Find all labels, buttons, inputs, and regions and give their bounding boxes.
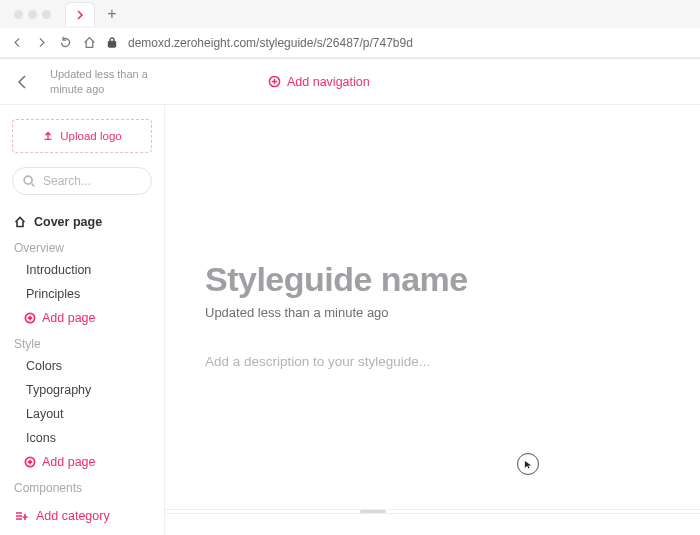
app-header: Updated less than a minute ago Add navig…	[0, 59, 700, 105]
add-page-label: Add page	[42, 455, 96, 469]
sidebar-item-colors[interactable]: Colors	[12, 355, 152, 377]
upload-logo-label: Upload logo	[60, 130, 121, 142]
upload-icon	[42, 130, 54, 142]
sidebar-item-layout[interactable]: Layout	[12, 403, 152, 425]
header-updated-text: Updated less than a minute ago	[50, 67, 160, 96]
add-navigation-button[interactable]: Add navigation	[268, 75, 370, 89]
search-icon	[22, 174, 36, 188]
lock-icon	[106, 37, 118, 49]
browser-tabbar: +	[0, 0, 700, 28]
sidebar-nav: Cover page Overview Introduction Princip…	[12, 211, 152, 497]
traffic-close-icon[interactable]	[14, 10, 23, 19]
sidebar-item-icons[interactable]: Icons	[12, 427, 152, 449]
window-controls	[6, 10, 59, 19]
browser-home-button[interactable]	[82, 36, 96, 50]
svg-point-2	[24, 176, 32, 184]
browser-back-button[interactable]	[10, 36, 24, 50]
back-button[interactable]	[14, 73, 32, 91]
add-page-label: Add page	[42, 311, 96, 325]
browser-chrome: + demoxd.zeroheight.com/styleguide/s/264…	[0, 0, 700, 59]
sidebar-item-introduction[interactable]: Introduction	[12, 259, 152, 281]
upload-logo-button[interactable]: Upload logo	[12, 119, 152, 153]
add-category-icon	[14, 509, 28, 523]
home-icon	[14, 216, 26, 228]
sidebar-item-principles[interactable]: Principles	[12, 283, 152, 305]
sidebar-cover-page[interactable]: Cover page	[12, 211, 152, 233]
add-category-label: Add category	[36, 509, 110, 523]
plus-circle-icon	[24, 456, 36, 468]
section-divider[interactable]	[165, 509, 700, 514]
browser-url[interactable]: demoxd.zeroheight.com/styleguide/s/26487…	[128, 36, 413, 50]
traffic-zoom-icon[interactable]	[42, 10, 51, 19]
browser-tab[interactable]	[65, 2, 95, 26]
plus-circle-icon	[268, 75, 281, 88]
title-block: Styleguide name Updated less than a minu…	[205, 260, 660, 320]
add-page-overview[interactable]: Add page	[12, 307, 152, 329]
sidebar-section-components: Components	[12, 475, 152, 497]
svg-rect-0	[109, 42, 116, 48]
sidebar-item-typography[interactable]: Typography	[12, 379, 152, 401]
description-input[interactable]: Add a description to your styleguide...	[205, 354, 660, 369]
browser-address-bar: demoxd.zeroheight.com/styleguide/s/26487…	[0, 28, 700, 58]
sidebar-section-style: Style	[12, 331, 152, 353]
sidebar: Upload logo Cover page Overview Introduc…	[0, 105, 165, 535]
browser-forward-button[interactable]	[34, 36, 48, 50]
add-category-button[interactable]: Add category	[12, 503, 152, 529]
app-body: Upload logo Cover page Overview Introduc…	[0, 105, 700, 535]
search-wrap	[12, 167, 152, 195]
main-content: Styleguide name Updated less than a minu…	[165, 105, 700, 535]
traffic-minimize-icon[interactable]	[28, 10, 37, 19]
drag-handle-icon[interactable]	[360, 510, 386, 513]
add-navigation-label: Add navigation	[287, 75, 370, 89]
browser-reload-button[interactable]	[58, 36, 72, 50]
plus-circle-icon	[24, 312, 36, 324]
add-page-style[interactable]: Add page	[12, 451, 152, 473]
page-subtitle: Updated less than a minute ago	[205, 305, 660, 320]
cursor-icon	[524, 460, 533, 469]
page-title[interactable]: Styleguide name	[205, 260, 660, 299]
sidebar-cover-label: Cover page	[34, 215, 102, 229]
new-tab-button[interactable]: +	[101, 3, 123, 25]
tab-favicon-icon	[75, 10, 85, 20]
sidebar-section-overview: Overview	[12, 235, 152, 257]
cursor-indicator	[517, 453, 539, 475]
